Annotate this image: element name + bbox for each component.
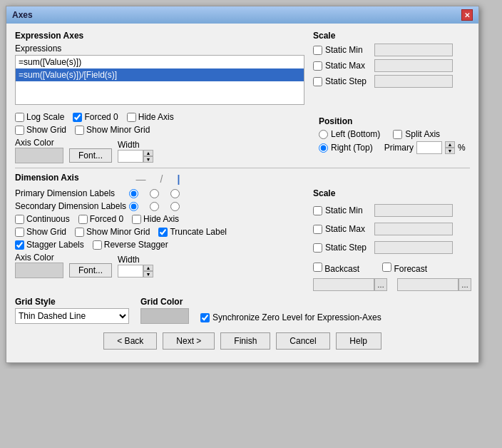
static-max-checkbox[interactable] (313, 61, 322, 71)
log-scale-checkbox[interactable] (15, 113, 24, 122)
dim-static-min-checkbox[interactable] (313, 206, 322, 215)
secondary-dim-radio-1[interactable] (129, 202, 138, 211)
grid-color-btn[interactable] (140, 308, 189, 324)
sep-dash[interactable]: — (136, 173, 146, 185)
help-button[interactable]: Help (336, 332, 381, 350)
sep-slash[interactable]: / (160, 173, 163, 185)
dim-static-step-label[interactable]: Static Step (313, 243, 370, 253)
dim-width-spinner[interactable]: ▲ ▼ (143, 265, 153, 278)
dim-forced-0-option[interactable]: Forced 0 (78, 214, 123, 224)
forecast-checkbox[interactable] (382, 263, 391, 272)
stagger-labels-checkbox[interactable] (15, 240, 24, 250)
dim-show-grid-checkbox[interactable] (15, 228, 24, 237)
dim-static-min-input[interactable] (374, 204, 453, 217)
sync-checkbox[interactable] (200, 313, 210, 322)
backcast-checkbox[interactable] (313, 263, 322, 272)
static-step-label[interactable]: Static Step (313, 76, 370, 86)
backcast-ellipsis-btn[interactable]: … (374, 278, 387, 291)
dim-show-minor-grid-checkbox[interactable] (75, 228, 84, 237)
dim-font-button[interactable]: Font... (69, 263, 112, 278)
width-input[interactable]: 0 pt (118, 150, 143, 163)
dim-scale-label: Scale (313, 188, 470, 198)
reverse-stagger-option[interactable]: Reverse Stagger (93, 240, 168, 250)
forced-0-checkbox[interactable] (73, 113, 82, 122)
dim-hide-axis-option[interactable]: Hide Axis (132, 214, 179, 224)
left-bottom-option[interactable]: Left (Bottom) (319, 129, 380, 139)
width-up-btn[interactable]: ▲ (143, 150, 153, 156)
next-button[interactable]: Next > (163, 332, 215, 350)
primary-spinner[interactable]: ▲ ▼ (445, 141, 455, 154)
truncate-label-option[interactable]: Truncate Label (158, 227, 227, 237)
cancel-button[interactable]: Cancel (276, 332, 329, 350)
stagger-labels-option[interactable]: Stagger Labels (15, 240, 84, 250)
right-top-radio[interactable] (319, 143, 328, 153)
truncate-label-checkbox[interactable] (158, 228, 168, 237)
primary-dim-radio-2[interactable] (150, 189, 159, 198)
dim-axis-color-box[interactable] (15, 263, 63, 278)
reverse-stagger-checkbox[interactable] (93, 240, 102, 250)
dim-static-min-label[interactable]: Static Min (313, 205, 370, 215)
expr-item-1[interactable]: =sum([Value(s)])/[Field(s)] (16, 68, 304, 81)
right-top-option[interactable]: Right (Top) (319, 143, 373, 153)
font-button[interactable]: Font... (69, 148, 112, 163)
dim-show-minor-grid-option[interactable]: Show Minor Grid (75, 227, 150, 237)
axes-dialog: Axes ✕ Expression Axes Expressions =sum(… (6, 6, 479, 363)
dim-show-grid-option[interactable]: Show Grid (15, 227, 66, 237)
dim-forced-0-checkbox[interactable] (78, 215, 88, 224)
show-minor-grid-checkbox[interactable] (75, 126, 84, 135)
static-min-label[interactable]: Static Min (313, 45, 370, 55)
dim-static-step-input[interactable] (374, 241, 453, 254)
primary-down-btn[interactable]: ▼ (445, 148, 455, 154)
back-button[interactable]: < Back (103, 332, 157, 350)
dim-static-max-label[interactable]: Static Max (313, 224, 370, 234)
show-minor-grid-option[interactable]: Show Minor Grid (75, 125, 150, 135)
hide-axis-checkbox[interactable] (127, 113, 136, 122)
expr-item-0[interactable]: =sum([Value(s)]) (16, 56, 304, 68)
grid-style-select[interactable]: Thin Dashed Line Solid Line Dashed Line … (15, 308, 129, 324)
dim-static-step-checkbox[interactable] (313, 243, 322, 253)
forecast-ellipsis-btn[interactable]: … (459, 278, 471, 291)
left-bottom-radio[interactable] (319, 130, 328, 139)
split-axis-option[interactable]: Split Axis (393, 129, 440, 139)
static-min-input[interactable] (374, 44, 453, 56)
finish-button[interactable]: Finish (220, 332, 270, 350)
static-min-checkbox[interactable] (313, 46, 322, 55)
backcast-value-input[interactable] (313, 278, 374, 291)
forced-0-option[interactable]: Forced 0 (73, 112, 118, 122)
sync-label: Synchronize Zero Level for Expression-Ax… (212, 312, 381, 322)
dim-width-up-btn[interactable]: ▲ (143, 265, 153, 271)
axis-color-box[interactable] (15, 148, 63, 163)
continuous-checkbox[interactable] (15, 215, 24, 224)
continuous-option[interactable]: Continuous (15, 214, 70, 224)
width-down-btn[interactable]: ▼ (143, 156, 153, 163)
backcast-option[interactable]: Backcast (313, 263, 359, 274)
dim-width-input[interactable]: 0 pt (118, 265, 143, 278)
expressions-label: Expressions (15, 44, 304, 54)
primary-up-btn[interactable]: ▲ (445, 141, 455, 148)
static-max-label[interactable]: Static Max (313, 61, 370, 71)
expressions-list[interactable]: =sum([Value(s)]) =sum([Value(s)])/[Field… (15, 55, 304, 105)
dim-width-down-btn[interactable]: ▼ (143, 271, 153, 278)
show-grid-checkbox[interactable] (15, 126, 24, 135)
secondary-dim-radio-2[interactable] (150, 202, 159, 211)
dim-hide-axis-checkbox[interactable] (132, 215, 141, 224)
show-grid-option[interactable]: Show Grid (15, 125, 66, 135)
static-step-checkbox[interactable] (313, 77, 322, 86)
primary-input[interactable]: 67 (416, 141, 442, 154)
static-max-input[interactable] (374, 59, 453, 72)
secondary-dim-radio-3[interactable] (170, 202, 180, 211)
forecast-value-input[interactable] (397, 278, 459, 291)
split-axis-checkbox[interactable] (393, 130, 402, 139)
log-scale-option[interactable]: Log Scale (15, 112, 64, 122)
primary-dim-radio-3[interactable] (170, 189, 180, 198)
sep-pipe[interactable]: | (177, 173, 180, 185)
width-spinner[interactable]: ▲ ▼ (143, 150, 153, 163)
primary-dim-radio-1[interactable] (129, 189, 138, 198)
static-step-input[interactable] (374, 75, 453, 88)
close-button[interactable]: ✕ (461, 9, 473, 21)
hide-axis-option[interactable]: Hide Axis (127, 112, 174, 122)
window-title: Axes (12, 10, 33, 20)
forecast-option[interactable]: Forecast (382, 263, 427, 274)
dim-static-max-input[interactable] (374, 223, 453, 235)
dim-static-max-checkbox[interactable] (313, 225, 322, 234)
